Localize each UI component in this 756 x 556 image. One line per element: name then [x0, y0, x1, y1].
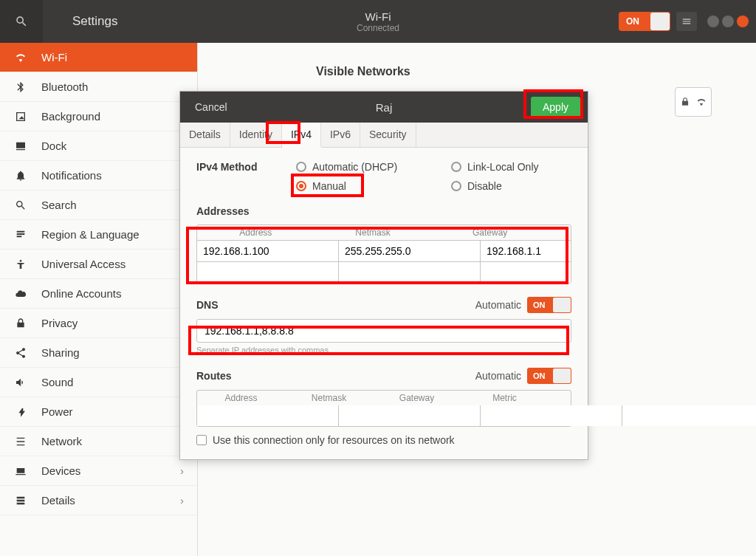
sidebar-item-details[interactable]: Details›: [0, 486, 197, 515]
cloud-icon: [15, 288, 27, 300]
network-icon: [15, 436, 27, 447]
tab-ipv4[interactable]: IPv4: [282, 123, 321, 148]
bell-icon: [15, 170, 27, 182]
sidebar-item-universal-access[interactable]: Universal Access: [0, 250, 197, 279]
lock-icon: [680, 97, 690, 107]
sidebar-item-sound[interactable]: Sound: [0, 368, 197, 397]
search-icon: [15, 15, 28, 28]
wifi-toggle-knob: [650, 13, 670, 30]
route-metric-input[interactable]: [622, 405, 756, 426]
sidebar-label: Bluetooth: [41, 80, 88, 93]
sidebar-item-dock[interactable]: Dock: [0, 131, 197, 161]
radio-disable[interactable]: Disable: [451, 180, 539, 192]
tab-details[interactable]: Details: [180, 123, 230, 147]
search-icon-button[interactable]: [0, 0, 43, 43]
addresses-heading: Addresses: [196, 205, 571, 217]
col-address: Address: [197, 391, 285, 405]
ipv4-method-label: IPv4 Method: [196, 161, 296, 192]
col-gateway: Gateway: [431, 225, 549, 240]
wifi-toggle[interactable]: ON: [619, 12, 670, 31]
radio-automatic-dhcp[interactable]: Automatic (DHCP): [296, 161, 451, 173]
routes-row-empty: [197, 405, 571, 426]
hamburger-icon: [681, 16, 692, 27]
sidebar-label: Details: [41, 494, 75, 507]
header-wifi-subtitle: Connected: [357, 23, 399, 33]
sidebar-label: Power: [41, 405, 73, 418]
bluetooth-icon: [15, 81, 27, 93]
sidebar-label: Sharing: [41, 346, 80, 359]
wifi-network-row[interactable]: [675, 87, 712, 117]
maximize-button[interactable]: [722, 16, 734, 27]
wifi-signal-icon: [696, 97, 707, 107]
route-gateway-input[interactable]: [481, 405, 622, 426]
hamburger-menu-button[interactable]: [676, 12, 697, 31]
sidebar-item-sharing[interactable]: Sharing: [0, 338, 197, 368]
dns-automatic-label: Automatic: [475, 299, 521, 311]
routes-automatic-label: Automatic: [475, 370, 521, 382]
close-button[interactable]: [737, 16, 749, 27]
dns-automatic-toggle[interactable]: ON: [527, 297, 571, 313]
minimize-button[interactable]: [707, 16, 719, 27]
sidebar-item-wifi[interactable]: Wi-Fi: [0, 43, 197, 72]
sidebar-label: Dock: [41, 140, 66, 152]
gateway-input[interactable]: [481, 262, 571, 283]
dns-hint: Separate IP addresses with commas: [196, 346, 571, 354]
address-input[interactable]: [197, 262, 339, 283]
wifi-toggle-label: ON: [626, 16, 639, 27]
resources-only-row[interactable]: Use this connection only for resources o…: [196, 434, 571, 446]
svg-point-0: [20, 260, 22, 262]
dialog-header: Cancel Raj Apply: [180, 92, 588, 123]
dns-input[interactable]: [196, 319, 571, 343]
resources-only-label: Use this connection only for resources o…: [213, 434, 455, 446]
dialog-title: Raj: [376, 101, 393, 114]
privacy-icon: [15, 318, 27, 329]
sound-icon: [15, 377, 27, 388]
sidebar-label: Wi-Fi: [41, 51, 67, 64]
access-icon: [15, 258, 27, 270]
sidebar-item-search[interactable]: Search: [0, 191, 197, 220]
route-address-input[interactable]: [197, 405, 339, 426]
address-row: [197, 240, 571, 261]
sidebar-label: Network: [41, 435, 82, 447]
sidebar-item-online-accounts[interactable]: Online Accounts: [0, 279, 197, 309]
chevron-right-icon: ›: [180, 494, 184, 507]
sidebar-item-devices[interactable]: Devices›: [0, 456, 197, 486]
tab-security[interactable]: Security: [360, 123, 416, 147]
sidebar-item-privacy[interactable]: Privacy: [0, 309, 197, 338]
sidebar-item-power[interactable]: Power: [0, 397, 197, 427]
routes-heading: Routes: [196, 370, 231, 382]
settings-sidebar: Wi-Fi Bluetooth Background Dock Notifica…: [0, 43, 198, 556]
sidebar-item-notifications[interactable]: Notifications: [0, 161, 197, 191]
header-center: Wi-Fi Connected: [357, 10, 399, 33]
sidebar-item-network[interactable]: Network: [0, 427, 197, 456]
resources-only-checkbox[interactable]: [196, 435, 207, 445]
apply-button[interactable]: Apply: [531, 97, 580, 117]
netmask-input[interactable]: [339, 262, 481, 283]
cancel-button[interactable]: Cancel: [188, 97, 235, 117]
tab-identity[interactable]: Identity: [230, 123, 282, 147]
sidebar-item-region[interactable]: Region & Language: [0, 220, 197, 250]
address-input[interactable]: [197, 241, 339, 261]
sidebar-item-background[interactable]: Background: [0, 102, 197, 131]
col-netmask: Netmask: [315, 225, 432, 240]
sidebar-label: Privacy: [41, 317, 78, 329]
route-netmask-input[interactable]: [339, 405, 481, 426]
sidebar-item-bluetooth[interactable]: Bluetooth: [0, 72, 197, 102]
chevron-right-icon: ›: [180, 464, 184, 477]
routes-table: Address Netmask Gateway Metric: [196, 390, 571, 427]
wifi-icon: [15, 52, 27, 64]
netmask-input[interactable]: [339, 241, 481, 261]
sidebar-label: Online Accounts: [41, 287, 121, 300]
radio-link-local[interactable]: Link-Local Only: [451, 161, 539, 173]
tab-ipv6[interactable]: IPv6: [321, 123, 360, 147]
radio-manual[interactable]: Manual: [296, 180, 451, 192]
col-netmask: Netmask: [285, 391, 373, 405]
power-icon: [15, 406, 27, 418]
connection-dialog: Cancel Raj Apply Details Identity IPv4 I…: [179, 91, 588, 460]
routes-automatic-toggle[interactable]: ON: [527, 368, 571, 384]
address-row-empty: [197, 261, 571, 283]
addresses-table: Address Netmask Gateway: [196, 224, 571, 284]
search-icon: [15, 199, 27, 211]
gateway-input[interactable]: [481, 241, 571, 261]
sidebar-label: Search: [41, 199, 77, 211]
